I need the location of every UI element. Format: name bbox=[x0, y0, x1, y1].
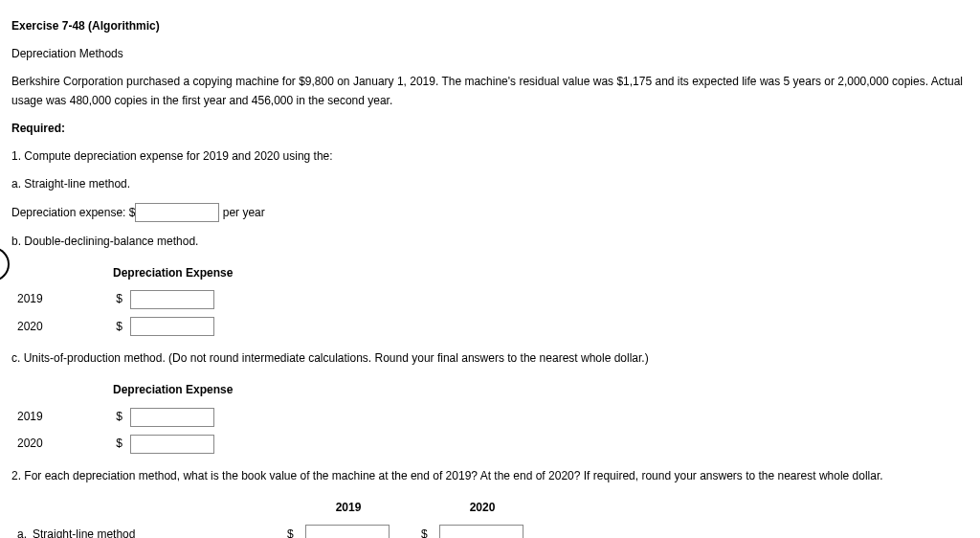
q1c-label: c. Units-of-production method. (Do not r… bbox=[11, 349, 969, 368]
q1b-label: b. Double-declining-balance method. bbox=[11, 233, 969, 251]
dollar-sign: $ bbox=[107, 286, 124, 313]
table-row: 2019 $ bbox=[11, 404, 238, 431]
dollar-sign: $ bbox=[281, 521, 300, 538]
q2-row-label: Straight-line method bbox=[33, 521, 281, 538]
dollar-sign: $ bbox=[107, 431, 124, 458]
q1b-year2: 2020 bbox=[11, 313, 107, 340]
table-row: 2020 $ bbox=[11, 313, 238, 340]
table-row: 2019 $ bbox=[11, 286, 238, 313]
q1c-header: Depreciation Expense bbox=[107, 377, 238, 403]
q1b-header: Depreciation Expense bbox=[107, 260, 238, 286]
dollar-sign: $ bbox=[107, 404, 124, 431]
table-row: 2020 $ bbox=[11, 431, 238, 458]
q1a-input[interactable] bbox=[135, 203, 219, 222]
q1a-line: Depreciation expense: $ per year bbox=[11, 203, 969, 222]
q2-table: 2019 2020 a. Straight-line method $ $ b.… bbox=[11, 495, 549, 538]
dollar-sign: $ bbox=[107, 313, 124, 340]
q2-a-2020-input[interactable] bbox=[439, 525, 523, 538]
q1c-input-2020[interactable] bbox=[130, 435, 214, 454]
q1c-table: Depreciation Expense 2019 $ 2020 $ bbox=[11, 377, 238, 458]
q2-col1: 2019 bbox=[281, 495, 415, 521]
q2-prompt: 2. For each depreciation method, what is… bbox=[11, 467, 969, 485]
q2-col2: 2020 bbox=[415, 495, 549, 521]
q1-prompt: 1. Compute depreciation expense for 2019… bbox=[11, 147, 969, 166]
q1c-year2: 2020 bbox=[11, 431, 107, 458]
exercise-title: Exercise 7-48 (Algorithmic) bbox=[11, 17, 969, 35]
q1c-input-2019[interactable] bbox=[130, 408, 214, 427]
q2-row-letter: a. bbox=[11, 521, 33, 538]
q2-a-2019-input[interactable] bbox=[305, 525, 390, 538]
exercise-description: Berkshire Corporation purchased a copyin… bbox=[11, 73, 969, 109]
q1b-table: Depreciation Expense 2019 $ 2020 $ bbox=[11, 260, 238, 341]
q1b-year1: 2019 bbox=[11, 286, 107, 313]
dollar-sign: $ bbox=[415, 521, 434, 538]
exercise-subtitle: Depreciation Methods bbox=[11, 45, 969, 63]
q1a-suffix: per year bbox=[219, 206, 264, 219]
q1b-input-2020[interactable] bbox=[130, 317, 214, 336]
q1a-prefix: Depreciation expense: $ bbox=[11, 206, 135, 219]
required-label: Required: bbox=[11, 120, 969, 138]
table-row: a. Straight-line method $ $ bbox=[11, 521, 549, 538]
q1a-label: a. Straight-line method. bbox=[11, 175, 969, 193]
page-indicator bbox=[0, 247, 10, 281]
q1b-input-2019[interactable] bbox=[130, 290, 214, 309]
q1c-year1: 2019 bbox=[11, 404, 107, 431]
